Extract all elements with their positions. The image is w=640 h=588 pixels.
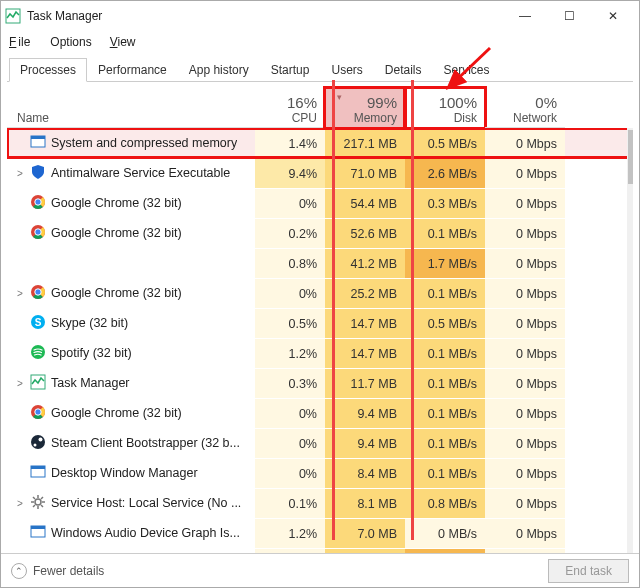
expand-icon[interactable]: >: [15, 168, 25, 179]
taskmgr-icon: [30, 374, 46, 393]
process-row[interactable]: 0.8%41.2 MB1.7 MB/s0 Mbps: [7, 248, 633, 278]
disk-cell: 2.6 MB/s: [405, 158, 485, 188]
process-name-cell: [7, 256, 255, 270]
header-memory[interactable]: ▾ 99% Memory: [325, 88, 405, 128]
disk-cell: 0.1 MB/s: [405, 368, 485, 398]
memory-cell: 52.6 MB: [325, 218, 405, 248]
scrollbar-thumb[interactable]: [628, 130, 633, 184]
process-list[interactable]: System and compressed memory1.4%217.1 MB…: [7, 128, 633, 553]
cpu-cell: 0%: [255, 548, 325, 553]
menu-file[interactable]: File: [7, 33, 34, 51]
process-row[interactable]: Spotify (32 bit)1.2%14.7 MB0.1 MB/s0 Mbp…: [7, 338, 633, 368]
win-app-icon: [30, 464, 46, 483]
header-disk[interactable]: 100% Disk: [405, 88, 485, 128]
tab-app-history[interactable]: App history: [178, 58, 260, 82]
memory-cell: 71.0 MB: [325, 158, 405, 188]
skype-icon: S: [30, 314, 46, 333]
memory-cell: 9.4 MB: [325, 428, 405, 458]
process-name-cell: Google Chrome (32 bit): [7, 404, 255, 423]
chrome-icon: [30, 224, 46, 243]
disk-cell: 5.3 MB/s: [405, 548, 485, 553]
process-name-cell: Desktop Window Manager: [7, 464, 255, 483]
process-row[interactable]: >Windows Explorer0%6.7 MB5.3 MB/s0 Mbps: [7, 548, 633, 553]
menubar: File Options View: [1, 31, 639, 57]
blank-icon: [30, 256, 46, 270]
process-row[interactable]: Windows Audio Device Graph Is...1.2%7.0 …: [7, 518, 633, 548]
titlebar[interactable]: Task Manager — ☐ ✕: [1, 1, 639, 31]
process-name-cell: >Task Manager: [7, 374, 255, 393]
fewer-details-button[interactable]: ⌃ Fewer details: [11, 563, 104, 579]
header-network[interactable]: 0% Network: [485, 88, 565, 128]
process-row[interactable]: SSkype (32 bit)0.5%14.7 MB0.5 MB/s0 Mbps: [7, 308, 633, 338]
disk-cell: 0 MB/s: [405, 518, 485, 548]
column-headers: Name 16% CPU ▾ 99% Memory 100% Disk 0% N…: [7, 88, 633, 128]
cpu-cell: 0%: [255, 188, 325, 218]
app-icon: [5, 8, 21, 24]
process-row[interactable]: Desktop Window Manager0%8.4 MB0.1 MB/s0 …: [7, 458, 633, 488]
cpu-cell: 0.1%: [255, 488, 325, 518]
process-name-cell: >Service Host: Local Service (No ...: [7, 494, 255, 513]
svg-point-14: [35, 288, 41, 294]
process-row[interactable]: System and compressed memory1.4%217.1 MB…: [7, 128, 633, 158]
disk-cell: 0.1 MB/s: [405, 458, 485, 488]
expand-icon[interactable]: >: [15, 288, 25, 299]
cpu-cell: 1.2%: [255, 338, 325, 368]
network-cell: 0 Mbps: [485, 338, 565, 368]
chrome-icon: [30, 284, 46, 303]
process-row[interactable]: Google Chrome (32 bit)0.2%52.6 MB0.1 MB/…: [7, 218, 633, 248]
tab-startup[interactable]: Startup: [260, 58, 321, 82]
tab-services[interactable]: Services: [433, 58, 501, 82]
header-cpu[interactable]: 16% CPU: [255, 88, 325, 128]
tab-processes[interactable]: Processes: [9, 58, 87, 82]
process-name-cell: Google Chrome (32 bit): [7, 224, 255, 243]
tab-users[interactable]: Users: [320, 58, 373, 82]
scrollbar[interactable]: [627, 128, 633, 553]
svg-point-23: [31, 435, 45, 449]
svg-point-24: [39, 437, 43, 441]
process-row[interactable]: >Google Chrome (32 bit)0%25.2 MB0.1 MB/s…: [7, 278, 633, 308]
disk-cell: 0.1 MB/s: [405, 278, 485, 308]
process-row[interactable]: >Antimalware Service Executable9.4%71.0 …: [7, 158, 633, 188]
memory-cell: 8.4 MB: [325, 458, 405, 488]
expand-icon[interactable]: >: [15, 378, 25, 389]
expand-icon[interactable]: >: [15, 498, 25, 509]
disk-cell: 0.1 MB/s: [405, 398, 485, 428]
menu-view[interactable]: View: [108, 33, 138, 51]
cpu-cell: 9.4%: [255, 158, 325, 188]
cpu-cell: 0%: [255, 278, 325, 308]
minimize-button[interactable]: —: [503, 2, 547, 30]
process-name-cell: >Antimalware Service Executable: [7, 164, 255, 183]
memory-cell: 6.7 MB: [325, 548, 405, 553]
process-row[interactable]: >Task Manager0.3%11.7 MB0.1 MB/s0 Mbps: [7, 368, 633, 398]
tab-performance[interactable]: Performance: [87, 58, 178, 82]
disk-cell: 0.5 MB/s: [405, 308, 485, 338]
network-cell: 0 Mbps: [485, 488, 565, 518]
close-button[interactable]: ✕: [591, 2, 635, 30]
end-task-button[interactable]: End task: [548, 559, 629, 583]
shield-blue-icon: [30, 164, 46, 183]
spotify-icon: [30, 344, 46, 363]
process-row[interactable]: Google Chrome (32 bit)0%9.4 MB0.1 MB/s0 …: [7, 398, 633, 428]
network-cell: 0 Mbps: [485, 458, 565, 488]
disk-cell: 0.1 MB/s: [405, 428, 485, 458]
process-name-cell: SSkype (32 bit): [7, 314, 255, 333]
process-row[interactable]: Google Chrome (32 bit)0%54.4 MB0.3 MB/s0…: [7, 188, 633, 218]
maximize-button[interactable]: ☐: [547, 2, 591, 30]
win-app-icon: [30, 134, 46, 153]
header-name[interactable]: Name: [7, 111, 255, 128]
window-title: Task Manager: [27, 9, 503, 23]
svg-line-36: [41, 497, 43, 499]
memory-cell: 25.2 MB: [325, 278, 405, 308]
cpu-cell: 0%: [255, 428, 325, 458]
process-row[interactable]: Steam Client Bootstrapper (32 b...0%9.4 …: [7, 428, 633, 458]
menu-options[interactable]: Options: [48, 33, 93, 51]
network-cell: 0 Mbps: [485, 518, 565, 548]
process-row[interactable]: >Service Host: Local Service (No ...0.1%…: [7, 488, 633, 518]
chrome-icon: [30, 404, 46, 423]
memory-cell: 217.1 MB: [325, 128, 405, 158]
cpu-cell: 0.3%: [255, 368, 325, 398]
cpu-cell: 0%: [255, 398, 325, 428]
steam-icon: [30, 434, 46, 453]
tab-details[interactable]: Details: [374, 58, 433, 82]
svg-text:S: S: [35, 317, 42, 328]
